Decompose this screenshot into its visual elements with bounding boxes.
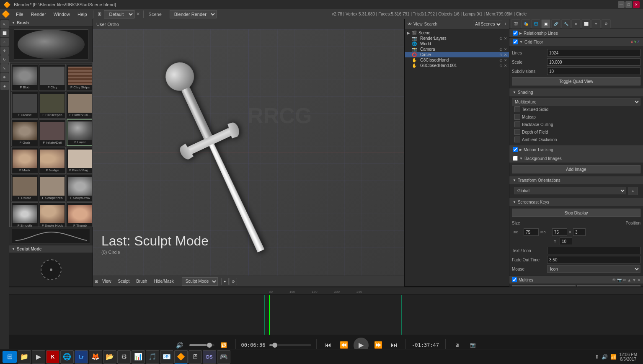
- brush-f-layer[interactable]: F Layer: [67, 119, 93, 146]
- toggle-quad-view-btn[interactable]: Toggle Quad View: [512, 77, 640, 85]
- brush-btn[interactable]: Brush: [134, 277, 150, 286]
- multires-vis-cb[interactable]: [512, 277, 517, 282]
- tool-lasso[interactable]: ○: [0, 38, 9, 46]
- mouse-select[interactable]: Icon: [547, 265, 640, 273]
- brush-f-clay[interactable]: F Clay: [39, 64, 66, 91]
- taskbar-item-app4[interactable]: 📧: [160, 350, 173, 364]
- tex-size-input[interactable]: [524, 228, 539, 236]
- grid-cb[interactable]: [513, 39, 518, 44]
- brush-f-fill[interactable]: F Fill/Deepen: [39, 92, 66, 119]
- tree-scene[interactable]: ▶ 🎬 Scene: [405, 30, 509, 36]
- file-menu[interactable]: File: [13, 10, 27, 18]
- motion-tracking-cb[interactable]: [513, 147, 518, 152]
- matcap-cb[interactable]: [514, 114, 520, 120]
- time-handle[interactable]: [272, 343, 277, 348]
- tool-scale[interactable]: ⤡: [0, 64, 9, 72]
- brush-f-nudge[interactable]: F Nudge: [39, 147, 66, 174]
- brush-f-inflate[interactable]: F Inflate/Defl: [39, 119, 66, 146]
- text-icon-input[interactable]: [547, 247, 640, 254]
- multires-copy-btn[interactable]: Copy: [577, 285, 641, 287]
- add-image-btn[interactable]: Add Image: [512, 165, 640, 173]
- view-btn[interactable]: View: [100, 277, 114, 286]
- taskbar-item-files[interactable]: 📂: [103, 350, 116, 364]
- tree-camera[interactable]: 📸 Camera ⊙ ✕: [405, 46, 509, 52]
- taskbar-item-app1[interactable]: ⚙: [117, 350, 131, 364]
- brush-f-blob[interactable]: F Blob: [11, 64, 38, 91]
- sculpt-mode-header[interactable]: ▼ Sculpt Mode: [9, 245, 93, 253]
- brush-f-scrape[interactable]: F Scrape/Pea: [39, 175, 66, 201]
- tool-select[interactable]: ↖: [0, 20, 9, 28]
- ao-cb[interactable]: [514, 137, 520, 142]
- transform-mode-select[interactable]: Global: [514, 187, 626, 194]
- layout-select[interactable]: Default: [104, 10, 134, 18]
- brush-f-pinch[interactable]: F Pinch/Mag...: [67, 147, 93, 174]
- background-images-header[interactable]: ▼ Background Images: [509, 154, 643, 163]
- tab-constraints[interactable]: 🔗: [551, 19, 560, 28]
- outliner-icon-1[interactable]: +: [504, 22, 506, 26]
- multires-edit-icon[interactable]: ✏: [623, 278, 626, 282]
- tree-world[interactable]: 🌐 World: [405, 41, 509, 46]
- brush-f-clay-strips[interactable]: F Clay Strips: [67, 64, 93, 91]
- brush-f-grab[interactable]: F Grab: [11, 119, 38, 146]
- tray-icon-1[interactable]: ⬆: [595, 354, 599, 360]
- tool-rotate[interactable]: ↻: [0, 55, 9, 64]
- tree-g8closedhand[interactable]: ✋ G8ClosedHand ⊙ ✕: [405, 57, 509, 63]
- transform-add-btn[interactable]: +: [628, 187, 638, 195]
- taskbar-item-app6[interactable]: 🎮: [217, 350, 230, 364]
- fade-out-input[interactable]: [547, 256, 640, 263]
- relationship-lines-header[interactable]: ▶ Relationship Lines: [509, 29, 643, 37]
- taskbar-item-blender[interactable]: 🔶: [174, 350, 188, 364]
- bg-images-cb[interactable]: [513, 156, 518, 161]
- brush-f-flatten[interactable]: F Flatten/Co...: [67, 92, 93, 119]
- shading-mode-select[interactable]: Multitexture: [512, 98, 640, 106]
- render-engine-select[interactable]: Blender Render: [170, 10, 217, 18]
- subdivisions-input[interactable]: [547, 67, 640, 75]
- taskbar-item-app3[interactable]: 🎵: [146, 350, 159, 364]
- mode-select[interactable]: Sculpt Mode: [182, 277, 218, 286]
- scale-input[interactable]: [547, 58, 640, 66]
- brush-f-thumb[interactable]: F Thumb: [67, 202, 93, 227]
- taskbar-item-firefox[interactable]: 🦊: [89, 350, 102, 364]
- taskbar-item-explorer[interactable]: 📁: [18, 350, 31, 364]
- lines-input[interactable]: [547, 49, 640, 57]
- timeline-track-area[interactable]: [9, 295, 643, 335]
- volume-handle[interactable]: [207, 343, 212, 348]
- backface-cb[interactable]: [514, 121, 520, 127]
- viewport-icon-2[interactable]: ⊙: [230, 278, 237, 285]
- tray-icon-3[interactable]: 📶: [610, 354, 617, 360]
- brush-f-mask[interactable]: F Mask: [11, 147, 38, 174]
- viewport-3d-area[interactable]: Last: Sculpt Mode (0) Circle RRCG: [93, 29, 404, 276]
- shading-header[interactable]: ▼ Shading: [509, 88, 643, 96]
- multires-apply-btn[interactable]: Apply: [512, 285, 576, 287]
- stop-display-btn[interactable]: Stop Display: [512, 209, 640, 217]
- outliner-scene-select[interactable]: All Scenes: [473, 21, 502, 28]
- hide-mask-btn[interactable]: Hide/Mask: [151, 277, 176, 286]
- tab-object[interactable]: ▣: [541, 19, 550, 28]
- start-button[interactable]: ⊞: [3, 351, 17, 363]
- textured-solid-cb[interactable]: [514, 106, 520, 112]
- tab-texture[interactable]: ⬜: [581, 19, 591, 28]
- render-menu[interactable]: Render: [28, 10, 49, 18]
- dof-cb[interactable]: [514, 129, 520, 135]
- tab-scene[interactable]: 🎭: [521, 19, 530, 28]
- tool-move[interactable]: ✛: [0, 46, 9, 55]
- brush-f-smooth[interactable]: F Smooth: [11, 202, 38, 227]
- motion-tracking-header[interactable]: ▶ Motion Tracking: [509, 145, 643, 154]
- tab-modifiers[interactable]: 🔧: [561, 19, 571, 28]
- mo-size-input[interactable]: [552, 228, 567, 236]
- maximize-button[interactable]: □: [625, 1, 632, 8]
- tab-world[interactable]: 🌐: [531, 19, 540, 28]
- tree-circle[interactable]: ⭕ Circle ⊙ ✕: [405, 52, 509, 57]
- taskbar-item-lightroom[interactable]: Lr: [75, 350, 88, 364]
- taskbar-item-app5[interactable]: 🖥: [189, 350, 202, 364]
- tray-icon-2[interactable]: 🔊: [602, 354, 608, 360]
- taskbar-item-kaspersky[interactable]: K: [46, 350, 59, 364]
- grid-section-header[interactable]: ▼ Grid Floor X Y Z: [509, 38, 643, 46]
- tab-physics[interactable]: ⚙: [602, 19, 611, 28]
- x-pos-input[interactable]: [573, 228, 586, 236]
- brush-f-snake-hook[interactable]: F Snake Hook: [39, 202, 66, 227]
- minimize-button[interactable]: —: [618, 1, 625, 8]
- multires-render-icon[interactable]: 📷: [617, 278, 622, 282]
- brush-f-rotate[interactable]: F Rotate: [11, 175, 38, 201]
- taskbar-item-app2[interactable]: 📊: [132, 350, 145, 364]
